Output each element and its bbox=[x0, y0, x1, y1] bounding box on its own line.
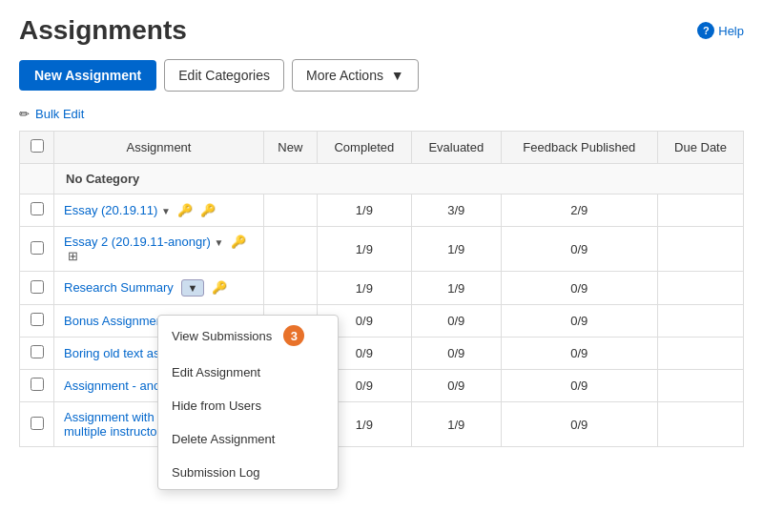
dropdown-item-label: Delete Assignment bbox=[172, 432, 275, 446]
row-checkbox[interactable] bbox=[31, 241, 44, 255]
category-label: No Category bbox=[54, 164, 744, 194]
edit-categories-button[interactable]: Edit Categories bbox=[164, 59, 284, 92]
col-header-new: New bbox=[264, 132, 318, 164]
col-header-completed: Completed bbox=[317, 132, 411, 164]
col-feedback-published: 0/9 bbox=[501, 272, 658, 305]
col-feedback-published: 2/9 bbox=[501, 194, 658, 227]
table-row: Essay 2 (20.19.11-anongr) ▼ 🔑 ⊞1/91/90/9 bbox=[20, 227, 744, 272]
select-all-checkbox[interactable] bbox=[31, 139, 44, 153]
row-checkbox[interactable] bbox=[31, 417, 44, 430]
col-due-date bbox=[658, 194, 744, 227]
dropdown-item-edit-assignment[interactable]: Edit Assignment bbox=[158, 356, 338, 389]
col-completed: 1/9 bbox=[317, 227, 411, 272]
more-actions-label: More Actions bbox=[306, 68, 383, 83]
col-feedback-published: 0/9 bbox=[501, 338, 658, 370]
col-new bbox=[264, 227, 318, 272]
row-checkbox-cell bbox=[20, 402, 54, 447]
col-new bbox=[264, 194, 318, 227]
col-feedback-published: 0/9 bbox=[501, 227, 658, 272]
col-due-date bbox=[658, 402, 744, 447]
col-header-feedback-published: Feedback Published bbox=[501, 132, 658, 164]
dropdown-item-label: Submission Log bbox=[172, 465, 260, 480]
key-icon: 🔑 bbox=[177, 203, 193, 217]
table-row: Assignment - anony0/90/90/9 bbox=[20, 370, 744, 402]
col-due-date bbox=[658, 305, 744, 338]
row-checkbox-cell bbox=[20, 272, 54, 305]
table-row: Bonus Assignment (0/90/90/9 bbox=[20, 305, 744, 338]
col-completed: 1/9 bbox=[317, 194, 411, 227]
assignment-table: Assignment New Completed Evaluated Feedb… bbox=[19, 131, 744, 447]
table-row: Essay (20.19.11) ▼ 🔑 🔑1/93/92/9 bbox=[20, 194, 744, 227]
chevron-down-icon: ▼ bbox=[215, 237, 224, 248]
row-checkbox-cell bbox=[20, 227, 54, 272]
row-checkbox[interactable] bbox=[31, 378, 44, 391]
col-evaluated: 0/9 bbox=[412, 370, 501, 402]
help-icon: ? bbox=[697, 22, 714, 39]
col-evaluated: 1/9 bbox=[412, 402, 501, 447]
assignment-name-cell: Research Summary ▼ 🔑 bbox=[54, 272, 264, 305]
table-row: Research Summary ▼ 🔑1/91/90/9 bbox=[20, 272, 744, 305]
col-feedback-published: 0/9 bbox=[501, 402, 658, 447]
dropdown-item-delete-assignment[interactable]: Delete Assignment bbox=[158, 422, 338, 456]
key-icon: 🔑 bbox=[200, 203, 216, 217]
row-checkbox-cell bbox=[20, 305, 54, 338]
help-label: Help bbox=[718, 24, 744, 38]
col-feedback-published: 0/9 bbox=[501, 305, 658, 338]
assignment-link[interactable]: Assignment with anmultiple instructors bbox=[64, 410, 172, 439]
col-due-date bbox=[658, 370, 744, 402]
help-link[interactable]: ? Help bbox=[697, 22, 744, 39]
row-checkbox-cell bbox=[20, 194, 54, 227]
col-feedback-published: 0/9 bbox=[501, 370, 658, 402]
assignment-dropdown-button[interactable]: ▼ bbox=[181, 279, 205, 297]
assignment-link[interactable]: Essay 2 (20.19.11-anongr) bbox=[64, 235, 211, 249]
key-icon: 🔑 bbox=[231, 235, 246, 249]
table-row: Assignment with anmultiple instructors ▼… bbox=[20, 402, 744, 447]
dropdown-item-view-submissions[interactable]: View Submissions 3 bbox=[158, 316, 338, 356]
col-due-date bbox=[658, 338, 744, 370]
chevron-down-icon: ▼ bbox=[391, 68, 404, 83]
dropdown-item-label: View Submissions bbox=[172, 329, 272, 343]
bulk-edit-bar: ✏ Bulk Edit bbox=[19, 107, 744, 121]
dropdown-item-hide-from-users[interactable]: Hide from Users bbox=[158, 389, 338, 422]
col-header-evaluated: Evaluated bbox=[412, 132, 501, 164]
col-due-date bbox=[658, 227, 744, 272]
new-assignment-button[interactable]: New Assignment bbox=[19, 60, 156, 91]
row-checkbox-cell bbox=[20, 370, 54, 402]
bulk-edit-link[interactable]: Bulk Edit bbox=[35, 107, 84, 121]
col-header-due-date: Due Date bbox=[658, 132, 744, 164]
col-evaluated: 1/9 bbox=[412, 272, 501, 305]
row-checkbox-cell bbox=[20, 338, 54, 370]
select-all-header bbox=[20, 132, 54, 164]
chevron-down-icon: ▼ bbox=[161, 206, 171, 216]
badge: 3 bbox=[283, 325, 304, 346]
page-title: Assignments bbox=[19, 15, 187, 46]
assignment-link[interactable]: Research Summary bbox=[64, 280, 174, 295]
row-checkbox[interactable] bbox=[31, 280, 44, 294]
more-actions-button[interactable]: More Actions ▼ bbox=[292, 59, 419, 92]
grid-icon: ⊞ bbox=[68, 249, 78, 263]
pencil-icon: ✏ bbox=[19, 107, 30, 121]
dropdown-item-label: Hide from Users bbox=[172, 399, 261, 413]
col-evaluated: 0/9 bbox=[412, 305, 501, 338]
col-evaluated: 0/9 bbox=[412, 338, 501, 370]
row-checkbox[interactable] bbox=[31, 202, 44, 215]
assignment-name-cell: Essay (20.19.11) ▼ 🔑 🔑 bbox=[54, 194, 264, 227]
col-evaluated: 1/9 bbox=[412, 227, 501, 272]
col-evaluated: 3/9 bbox=[412, 194, 501, 227]
col-completed: 1/9 bbox=[317, 272, 411, 305]
assignment-name-cell: Essay 2 (20.19.11-anongr) ▼ 🔑 ⊞ bbox=[54, 227, 264, 272]
col-new bbox=[264, 272, 318, 305]
category-row: No Category bbox=[20, 164, 744, 194]
assignment-link[interactable]: Essay (20.19.11) bbox=[64, 203, 157, 217]
dropdown-item-label: Edit Assignment bbox=[172, 365, 260, 379]
row-checkbox[interactable] bbox=[31, 345, 44, 358]
table-row: Boring old text assig0/90/90/9 bbox=[20, 338, 744, 370]
dropdown-item-submission-log[interactable]: Submission Log bbox=[158, 456, 338, 489]
key-icon: 🔑 bbox=[212, 280, 227, 295]
assignment-dropdown-menu: View Submissions 3Edit AssignmentHide fr… bbox=[157, 315, 339, 490]
toolbar: New Assignment Edit Categories More Acti… bbox=[19, 59, 744, 92]
col-header-assignment: Assignment bbox=[54, 132, 264, 164]
col-due-date bbox=[658, 272, 744, 305]
row-checkbox[interactable] bbox=[31, 313, 44, 326]
